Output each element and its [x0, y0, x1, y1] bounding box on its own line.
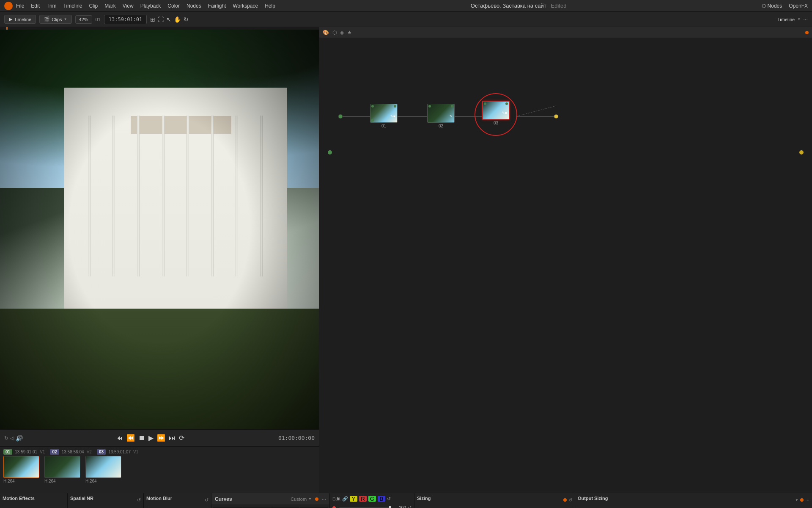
motion-effects-panel: Motion Effects Temporal NR ↺ Frames 0 Mo… — [0, 493, 68, 508]
step-forward-button[interactable]: ⏩ — [157, 434, 165, 442]
curves-header: Curves Custom ▼ ··· — [211, 493, 329, 505]
sizing-reset[interactable]: ↺ — [568, 497, 572, 503]
menu-help[interactable]: Help — [265, 3, 275, 9]
play-button[interactable]: ▶ — [148, 434, 154, 442]
custom-label: Custom — [291, 497, 307, 502]
loop-toggle-button[interactable]: ⟳ — [179, 434, 184, 442]
motion-blur-panel: Motion Blur ↺ Mo. Est. Type Faster Motio… — [144, 493, 211, 508]
skip-end-button[interactable]: ⏭ — [169, 434, 176, 442]
sizing-title: Sizing — [417, 496, 431, 501]
curves-toolbar: Custom ▼ ··· — [291, 496, 326, 502]
clip-item-2[interactable]: H.264 — [44, 456, 80, 483]
timeline-icon: ▶ — [9, 17, 12, 22]
menu-bar: File Edit Trim Timeline Clip Mark View P… — [0, 0, 812, 12]
menu-color[interactable]: Color — [167, 3, 180, 9]
clip-thumb-1 — [3, 456, 39, 478]
project-title: Остафьево. Заставка на сайт Edited — [275, 3, 762, 9]
motion-blur-reset[interactable]: ↺ — [205, 497, 208, 503]
right-panel: 🎨 ⬡ ◈ ★ — [319, 27, 812, 493]
nodes-area: ✎■ 01 ✎ 02 — [319, 38, 812, 493]
node-02-label: 02 — [427, 124, 455, 128]
timeline-label-right: Timeline — [777, 17, 795, 22]
scrubber-bar[interactable] — [0, 27, 319, 30]
scene-vignette — [0, 27, 319, 429]
curves-panel: Curves Custom ▼ ··· — [211, 493, 330, 508]
sizing-panel-header: Sizing ↺ — [417, 496, 572, 506]
loop-icon[interactable]: ↻ — [4, 435, 8, 441]
skip-start-button[interactable]: ⏮ — [116, 434, 123, 442]
hand-icon[interactable]: ✋ — [174, 16, 181, 23]
g-channel-btn[interactable]: G — [368, 496, 376, 502]
b-channel-btn[interactable]: B — [378, 496, 385, 502]
ch1-reset[interactable]: ↺ — [408, 505, 411, 508]
output-sizing-more[interactable]: ··· — [805, 497, 809, 503]
menu-file[interactable]: File — [16, 3, 24, 9]
menu-items: File Edit Trim Timeline Clip Mark View P… — [16, 3, 275, 9]
timeline-button[interactable]: ▶ Timeline — [4, 15, 36, 24]
node-03-label: 03 — [482, 121, 510, 125]
menu-view[interactable]: View — [123, 3, 134, 9]
link-icon[interactable]: 🔗 — [342, 496, 348, 502]
menu-nodes[interactable]: Nodes — [187, 3, 201, 9]
viewer-tool-2[interactable]: ⬡ — [332, 30, 337, 36]
viewer-tools: 🎨 ⬡ ◈ ★ — [319, 27, 812, 38]
mark-icon[interactable]: ◁ — [10, 435, 14, 441]
video-preview[interactable] — [0, 27, 319, 429]
menu-fairlight[interactable]: Fairlight — [208, 3, 226, 9]
r-channel-btn[interactable]: R — [359, 496, 367, 502]
menu-timeline[interactable]: Timeline — [63, 3, 82, 9]
output-sizing-dropdown[interactable]: ▼ — [795, 498, 798, 502]
color-wheels-header: Edit 🔗 Y R G B ↺ — [332, 496, 411, 502]
viewer-tool-4[interactable]: ★ — [347, 30, 352, 36]
color-wheels-panel: Edit 🔗 Y R G B ↺ 100 ↺ 100 — [330, 493, 414, 508]
y-channel-btn[interactable]: Y — [350, 496, 357, 502]
menu-clip[interactable]: Clip — [89, 3, 98, 9]
motion-effects-header: Motion Effects — [3, 496, 65, 506]
menu-trim[interactable]: Trim — [47, 3, 57, 9]
menu-playback[interactable]: Playback — [140, 3, 161, 9]
viewer-tool-1[interactable]: 🎨 — [323, 30, 329, 36]
video-frame — [0, 27, 319, 429]
cursor-icon[interactable]: ↖ — [166, 16, 171, 23]
fullscreen-icon[interactable]: ⛶ — [158, 16, 164, 23]
clips-dropdown-arrow: ▼ — [64, 17, 67, 21]
volume-icon[interactable]: 🔊 — [16, 435, 23, 442]
node-01-label: 01 — [370, 124, 398, 128]
sizing-panel: Sizing ↺ Sizing ↺ Pan Width Tilt — [414, 493, 575, 508]
nodes-button[interactable]: ⬡ Nodes — [762, 3, 782, 9]
output-sizing-dot — [800, 498, 804, 502]
curves-dropdown[interactable]: ▼ — [308, 497, 312, 501]
spatial-nr-reset[interactable]: ↺ — [137, 497, 141, 503]
menu-right: ⬡ Nodes OpenFX — [762, 3, 808, 9]
menu-mark[interactable]: Mark — [104, 3, 116, 9]
menu-edit[interactable]: Edit — [31, 3, 40, 9]
sync-icon[interactable]: ↻ — [184, 16, 189, 23]
clip-thumbnails: H.264 H.264 H.264 — [3, 456, 315, 483]
svg-point-4 — [338, 114, 343, 119]
svg-point-5 — [554, 114, 558, 119]
step-back-button[interactable]: ⏪ — [126, 434, 135, 442]
ch1-handle — [389, 506, 391, 508]
clip-item-1[interactable]: H.264 — [3, 456, 39, 483]
motion-blur-header: Motion Blur ↺ — [146, 496, 208, 506]
node-01[interactable]: ✎■ 01 — [370, 104, 398, 128]
openfx-button[interactable]: OpenFX — [789, 3, 808, 9]
timecode-display: 13:59:01:01 — [104, 15, 147, 24]
output-sizing-panel: Output Sizing ▼ ··· Blanking Top Right B… — [575, 493, 812, 508]
node-02[interactable]: ✎ 02 — [427, 104, 455, 128]
more-options[interactable]: ··· — [803, 16, 808, 22]
stop-button[interactable]: ⏹ — [138, 434, 145, 442]
curves-more[interactable]: ··· — [322, 496, 326, 502]
clips-button[interactable]: 🎬 Clips ▼ — [39, 15, 71, 24]
timeline-dropdown[interactable]: ▼ — [797, 17, 801, 21]
clip-item-3[interactable]: H.264 — [85, 456, 121, 483]
node-03[interactable]: ✎■ 03 — [482, 101, 510, 125]
viewer-tool-3[interactable]: ◈ — [340, 30, 344, 36]
grid-icon[interactable]: ⊞ — [150, 16, 155, 23]
playback-timecode: 01:00:00:00 — [278, 435, 315, 441]
menu-workspace[interactable]: Workspace — [233, 3, 258, 9]
color-reset[interactable]: ↺ — [387, 496, 391, 502]
motion-effects-title: Motion Effects — [3, 496, 35, 501]
clip-num-01: 01 — [3, 449, 12, 455]
output-sizing-header: Output Sizing ▼ ··· — [578, 496, 809, 506]
